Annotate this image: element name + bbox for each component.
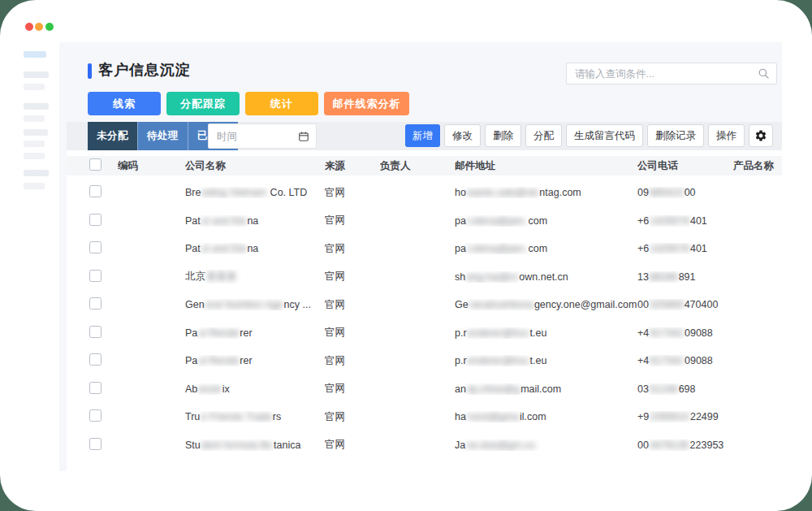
table-header: 编码 公司名称 来源 负责人 邮件地址 公司电话 产品名称 (67, 156, 782, 175)
tab-unassigned[interactable]: 未分配 (88, 122, 137, 150)
search-icon[interactable] (758, 67, 770, 80)
table-row: 北京某某某 官网 shang.hai@crown.net.cn 13882868… (67, 263, 759, 292)
sidebar-skeleton-bar (24, 84, 45, 90)
row-checkbox[interactable] (89, 297, 102, 310)
cell-email: andy.chloe@gmail.com (455, 383, 637, 395)
search-box (566, 63, 777, 84)
cell-source: 官网 (325, 186, 380, 200)
assign-button[interactable]: 分配 (525, 124, 562, 147)
calendar-icon[interactable] (298, 131, 309, 142)
cell-company: Patul and Elena (185, 215, 325, 227)
cell-source: 官网 (325, 438, 380, 452)
table-row: Patul and Elena 官网 pat.elena@pen.com +61… (67, 207, 759, 236)
filter-toolbar: 未分配 待处理 已处理 新增 修改 删除 分配 生成留言代码 删除记录 (67, 122, 782, 150)
cell-company: Student formula Botanica (185, 440, 325, 451)
nav-button-assign-track[interactable]: 分配跟踪 (166, 92, 240, 115)
cell-email: howards.sale@vientag.com (455, 187, 637, 198)
cell-source: 官网 (325, 242, 380, 256)
table-row: Paul Renderer 官网 p.renderer@host.eu +491… (67, 319, 759, 348)
app-window: 客户信息沉淀 线索 分配跟踪 统计 邮件线索分析 未分配 待处理 已处理 (0, 0, 812, 511)
cell-email: pat.elena@pen.com (455, 215, 637, 227)
row-checkbox[interactable] (89, 185, 102, 197)
cell-phone: 1388286891 (637, 271, 733, 283)
cell-company: Abenotrix (185, 383, 325, 395)
cell-company: Paul Renderer (185, 327, 325, 339)
cell-source: 官网 (325, 382, 380, 396)
cell-phone: +491734209088 (637, 355, 733, 366)
cell-email: p.renderer@host.eu (455, 327, 637, 339)
cell-company: True Friends Traders (185, 411, 325, 422)
delete-button[interactable]: 删除 (485, 124, 521, 147)
table-body: Breeding Vietnam Co. LTD 官网 howards.sale… (67, 179, 759, 459)
sidebar-skeleton-bar (24, 141, 45, 147)
cell-email: Jane.doe@gm.co (455, 440, 637, 451)
sidebar-skeleton-bar (24, 51, 46, 58)
cell-email: harvest@gmail.com (455, 411, 637, 422)
row-checkbox[interactable] (89, 409, 102, 422)
cell-phone: +61425578401 (637, 243, 733, 254)
cell-source: 官网 (325, 354, 380, 368)
cell-phone: 0968542300 (637, 187, 733, 198)
table-row: Paul Renderer 官网 p.renderer@host.eu +491… (67, 347, 759, 375)
cell-phone: +61425578401 (637, 215, 733, 227)
cell-company: Patul and Elena (185, 243, 325, 254)
nav-button-leads[interactable]: 线索 (88, 92, 161, 115)
cell-source: 官网 (325, 326, 380, 340)
cell-email: Generalnutritionagency.one@gmail.com (455, 299, 637, 310)
column-header-company: 公司名称 (185, 159, 325, 173)
date-filter (208, 123, 317, 149)
table-row: True Friends Traders 官网 harvest@gmail.co… (67, 403, 759, 431)
operate-button[interactable]: 操作 (708, 124, 745, 147)
title-accent-bar (88, 63, 92, 79)
gear-icon (754, 129, 767, 142)
cell-source: 官网 (325, 410, 380, 424)
main-panel: 客户信息沉淀 线索 分配跟踪 统计 邮件线索分析 未分配 待处理 已处理 (59, 42, 782, 471)
sidebar-skeleton-bar (24, 71, 49, 78)
table-row: Patul and Elena 官网 pat.elena@pen.com +61… (67, 235, 759, 263)
column-header-code: 编码 (118, 159, 185, 173)
sidebar-skeleton-bar (24, 170, 49, 176)
row-checkbox[interactable] (89, 270, 102, 282)
cell-source: 官网 (325, 214, 380, 227)
search-input[interactable] (567, 63, 776, 84)
row-checkbox[interactable] (89, 241, 102, 253)
sidebar-skeleton-bar (24, 115, 45, 122)
cell-source: 官网 (325, 298, 380, 312)
cell-email: shang.hai@crown.net.cn (455, 271, 637, 283)
page-backdrop: 客户信息沉淀 线索 分配跟踪 统计 邮件线索分析 未分配 待处理 已处理 (0, 0, 812, 511)
tab-pending[interactable]: 待处理 (137, 122, 188, 150)
nav-button-email-lead-analysis[interactable]: 邮件线索分析 (324, 92, 409, 115)
cell-company: Paul Renderer (185, 355, 325, 366)
cell-company: Breeding Vietnam Co. LTD (185, 187, 325, 198)
sidebar-skeleton-bar (24, 153, 45, 159)
row-checkbox[interactable] (89, 382, 102, 394)
row-checkbox[interactable] (89, 214, 102, 226)
cell-source: 官网 (325, 270, 380, 284)
edit-button[interactable]: 修改 (444, 124, 481, 147)
sidebar-skeleton-bar (24, 183, 45, 189)
generate-message-code-button[interactable]: 生成留言代码 (566, 124, 643, 147)
cell-email: pat.elena@pen.com (455, 243, 637, 254)
select-all-checkbox[interactable] (89, 158, 102, 171)
row-checkbox[interactable] (89, 326, 102, 338)
cell-phone: 0351248698 (637, 383, 733, 395)
row-checkbox[interactable] (89, 438, 102, 450)
sidebar-skeleton-bar (24, 103, 49, 110)
table-row: General Nutrition Agency ... 官网 Generaln… (67, 291, 759, 319)
column-header-phone: 公司电话 (637, 159, 733, 173)
nav-button-stats[interactable]: 统计 (245, 92, 318, 115)
cell-email: p.renderer@host.eu (455, 355, 637, 366)
sidebar-skeleton-bar (24, 129, 48, 136)
row-checkbox[interactable] (89, 353, 102, 366)
cell-company: 北京某某某 (185, 270, 325, 284)
table-row: Abenotrix 官网 andy.chloe@gmail.com 035124… (67, 375, 759, 404)
add-button[interactable]: 新增 (405, 124, 440, 147)
column-header-source: 来源 (325, 159, 380, 173)
delete-records-button[interactable]: 删除记录 (647, 124, 704, 147)
cell-phone: +491734209088 (637, 327, 733, 339)
cell-company: General Nutrition Agency ... (185, 299, 325, 310)
cell-phone: 004478135223953 (637, 440, 733, 451)
column-header-owner: 负责人 (380, 159, 455, 173)
cell-phone: 00325869470400 (637, 299, 733, 310)
settings-button[interactable] (749, 124, 773, 147)
